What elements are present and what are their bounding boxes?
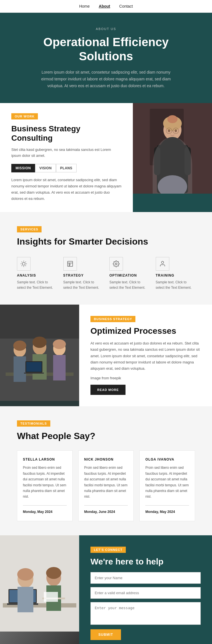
optimized-badge: Business Strategy: [90, 316, 135, 322]
optimized-body: At vero eos et accusam et justo duo dolo…: [90, 340, 201, 371]
svg-point-10: [158, 175, 187, 194]
svg-rect-5: [170, 139, 175, 145]
strategy-label: STRATEGY: [63, 273, 103, 277]
hero-above-title: About Us: [38, 26, 174, 32]
training-label: TRAINING: [156, 273, 195, 277]
hero-title: Operational Efficiency Solutions: [34, 35, 178, 64]
svg-rect-40: [53, 355, 66, 380]
name-input[interactable]: [90, 572, 201, 584]
svg-rect-60: [44, 592, 58, 602]
testimonial-name-3: OLGA IVANOVA: [145, 457, 189, 461]
svg-point-58: [46, 567, 61, 579]
svg-rect-48: [0, 535, 79, 632]
our-work-image: [133, 103, 212, 212]
testimonial-text-3: Proin sed libero enim sed faucibus turpi…: [145, 465, 189, 499]
svg-point-46: [53, 339, 66, 349]
testimonials-grid: STELLA LARSON Proin sed libero enim sed …: [17, 450, 195, 521]
optimized-title: Optimized Processes: [90, 326, 201, 336]
read-more-button[interactable]: READ MORE: [90, 385, 126, 395]
strategy-text: Sample text. Click to select the Text El…: [63, 280, 103, 290]
services-section: Services Insights for Smarter Decisions …: [0, 212, 212, 305]
testimonial-name-2: NICK JHONSON: [84, 457, 128, 461]
testimonial-date-1: Monday, May 2024: [23, 510, 52, 514]
svg-point-12: [175, 129, 177, 132]
contact-image: [0, 535, 79, 644]
service-optimization: OPTIMIZATION Sample text. Click to selec…: [109, 257, 149, 290]
hero-description: Lorem ipsum dolor sit amet, consetetur s…: [38, 69, 174, 89]
analysis-text: Sample text. Click to select the Text El…: [17, 280, 57, 290]
svg-point-45: [33, 337, 47, 348]
optimization-label: OPTIMIZATION: [109, 273, 149, 277]
svg-point-11: [168, 129, 170, 132]
testimonial-stella: STELLA LARSON Proin sed libero enim sed …: [17, 450, 73, 521]
hero-section: About Us Operational Efficiency Solution…: [0, 13, 212, 103]
svg-rect-42: [26, 362, 42, 372]
svg-rect-54: [18, 587, 33, 612]
svg-point-31: [161, 261, 164, 264]
email-input[interactable]: [90, 587, 201, 599]
svg-line-24: [25, 262, 26, 262]
testimonial-nick: NICK JHONSON Proin sed libero enim sed f…: [78, 450, 134, 521]
analysis-label: ANALYSIS: [17, 273, 57, 277]
nav-home[interactable]: Home: [79, 4, 90, 8]
training-icon: [156, 257, 169, 271]
svg-rect-36: [14, 356, 26, 382]
our-work-title: Business Strategy Consulting: [11, 124, 122, 143]
our-work-content: Our Work Business Strategy Consulting St…: [0, 103, 133, 212]
svg-rect-9: [185, 147, 191, 175]
testimonials-section: Testimonials What People Say? STELLA LAR…: [0, 406, 212, 535]
our-work-section: Our Work Business Strategy Consulting St…: [0, 103, 212, 212]
our-work-sub-desc: Stet clita kasd gubergren, no sea takima…: [11, 147, 122, 159]
svg-point-30: [115, 263, 117, 265]
person-image: [133, 103, 212, 194]
testimonials-badge: Testimonials: [17, 420, 50, 427]
contact-form: LET'S CONNECT We're here to help SUBMIT: [79, 535, 212, 644]
strategy-icon: [63, 257, 77, 271]
svg-point-6: [157, 137, 188, 182]
service-training: TRAINING Sample text. Click to select th…: [156, 257, 195, 290]
message-input[interactable]: [90, 602, 201, 625]
services-grid: ANALYSIS Sample text. Click to select th…: [17, 257, 195, 290]
svg-point-55: [17, 568, 34, 581]
contact-section: LET'S CONNECT We're here to help SUBMIT: [0, 535, 212, 644]
image-credit: Image from freepik: [90, 375, 201, 381]
team-image: [0, 305, 79, 401]
svg-line-23: [21, 266, 22, 266]
testimonial-text-1: Proin sed libero enim sed faucibus turpi…: [23, 465, 67, 499]
nav-contact[interactable]: Contact: [119, 4, 133, 8]
optimized-section: Business Strategy Optimized Processes At…: [0, 305, 212, 406]
service-strategy: STRATEGY Sample text. Click to select th…: [63, 257, 103, 290]
nav-about[interactable]: About: [99, 4, 110, 8]
our-work-badge: Our Work: [11, 113, 38, 119]
svg-point-44: [13, 341, 26, 351]
service-analysis: ANALYSIS Sample text. Click to select th…: [17, 257, 57, 290]
tab-plans[interactable]: PLANS: [56, 164, 77, 172]
testimonial-olga: OLGA IVANOVA Proin sed libero enim sed f…: [139, 450, 195, 521]
divider-1: [23, 505, 67, 506]
svg-rect-7: [157, 145, 188, 193]
svg-rect-43: [24, 373, 44, 374]
analysis-icon: [17, 257, 31, 271]
testimonial-text-2: Proin sed libero enim sed faucibus turpi…: [84, 465, 128, 499]
svg-point-16: [22, 262, 25, 265]
divider-3: [145, 505, 189, 506]
svg-line-22: [25, 266, 26, 266]
testimonial-date-2: Monday, June 2024: [84, 510, 115, 514]
navigation: Home About Contact: [0, 0, 212, 13]
optimization-icon: [109, 257, 123, 271]
our-work-body: Lorem ipsum dolor sit amet, consetetur s…: [11, 177, 122, 202]
testimonial-date-3: Monday, May 2024: [145, 510, 175, 514]
testimonial-name-1: STELLA LARSON: [23, 457, 67, 461]
svg-rect-8: [154, 147, 160, 175]
submit-button[interactable]: SUBMIT: [90, 629, 121, 640]
divider-2: [84, 505, 128, 506]
svg-rect-25: [68, 261, 73, 266]
optimized-image: [0, 305, 79, 406]
services-badge: Services: [17, 226, 42, 232]
svg-line-21: [21, 262, 22, 262]
contact-badge: LET'S CONNECT: [90, 547, 126, 553]
tab-mission[interactable]: MISSION: [11, 164, 35, 172]
tab-vision[interactable]: VISION: [35, 164, 56, 172]
optimized-content: Business Strategy Optimized Processes At…: [79, 305, 212, 406]
svg-point-4: [167, 115, 178, 123]
